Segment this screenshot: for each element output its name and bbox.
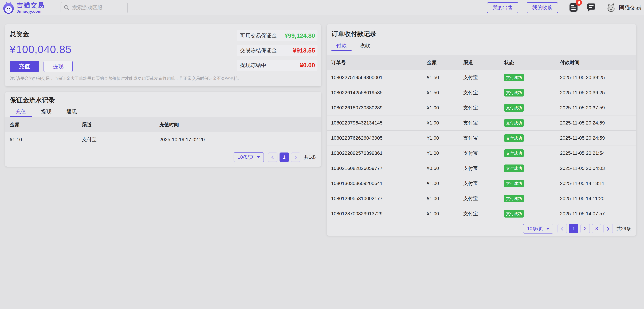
notification-badge: 9 bbox=[576, 0, 582, 6]
tab-withdraw[interactable]: 提现 bbox=[35, 107, 58, 116]
search-box[interactable] bbox=[60, 2, 128, 13]
cat-logo-icon bbox=[3, 1, 14, 14]
page: { "nav": { "logo_title": "吉猫交易", "logo_s… bbox=[0, 0, 644, 309]
col-pay-time: 付款时间 bbox=[560, 59, 636, 66]
order-list-button[interactable]: 9 bbox=[569, 2, 578, 13]
withdraw-button[interactable]: 提现 bbox=[44, 61, 73, 72]
table-row[interactable]: 1080227519564800001 ¥1.50 支付宝 支付成功 2025-… bbox=[327, 70, 636, 85]
table-row[interactable]: ¥1.10 支付宝 2025-10-19 17:02:20 bbox=[5, 132, 321, 147]
col-channel: 渠道 bbox=[463, 59, 504, 66]
channel-cell: 支付宝 bbox=[463, 210, 504, 217]
time-cell: 2025-11-05 20:39:25 bbox=[560, 90, 636, 95]
col-channel: 渠道 bbox=[82, 121, 160, 128]
stat-value: ¥99,124.80 bbox=[284, 32, 315, 39]
status-cell: 支付成功 bbox=[504, 104, 560, 112]
table-row[interactable]: 1080130303609200641 ¥1.00 支付宝 支付成功 2025-… bbox=[327, 176, 636, 191]
tab-recharge[interactable]: 充值 bbox=[10, 107, 32, 116]
stat-withdraw-freezing: 提现冻结中 ¥0.00 bbox=[237, 60, 318, 71]
col-order-no: 订单号 bbox=[331, 59, 427, 66]
assets-note: 注: 该平台为担保交易，当保证金大于单笔需购买的金额价值时才能成功购买或发布收购… bbox=[10, 76, 242, 81]
amount-cell: ¥1.00 bbox=[427, 181, 463, 186]
page-button-2[interactable]: 2 bbox=[580, 224, 590, 233]
order-no-cell: 1080130303609200641 bbox=[331, 181, 427, 186]
page-button-1[interactable]: 1 bbox=[569, 224, 578, 233]
recharge-button[interactable]: 充值 bbox=[10, 61, 39, 72]
tab-payments[interactable]: 付款 bbox=[332, 41, 352, 50]
my-purchases-button[interactable]: 我的收购 bbox=[527, 2, 558, 13]
next-page-button[interactable] bbox=[291, 152, 300, 162]
time-cell: 2025-11-05 20:04:03 bbox=[560, 166, 636, 171]
flow-pagination: 10条/页 1 共1条 bbox=[234, 152, 316, 162]
status-cell: 支付成功 bbox=[504, 134, 560, 142]
orders-tabs: 付款 收款 bbox=[332, 41, 375, 50]
prev-page-button[interactable] bbox=[268, 152, 278, 162]
channel-cell: 支付宝 bbox=[463, 104, 504, 111]
time-cell: 2025-11-05 14:07:57 bbox=[560, 211, 636, 217]
page-button-1[interactable]: 1 bbox=[280, 152, 289, 162]
chevron-right-icon bbox=[293, 155, 297, 159]
amount-cell: ¥1.50 bbox=[427, 75, 463, 80]
status-badge: 支付成功 bbox=[504, 119, 524, 127]
amount-cell: ¥1.00 bbox=[427, 196, 463, 201]
table-row[interactable]: 1080129955310002177 ¥1.00 支付宝 支付成功 2025-… bbox=[327, 191, 636, 206]
page-size-value: 10条/页 bbox=[238, 154, 254, 160]
stat-label: 可用交易保证金 bbox=[240, 32, 277, 39]
table-row[interactable]: 1080128700323913729 ¥1.00 支付宝 支付成功 2025-… bbox=[327, 206, 636, 221]
total-count-label: 共29条 bbox=[616, 226, 631, 232]
status-badge: 支付成功 bbox=[504, 210, 524, 218]
next-page-button[interactable] bbox=[604, 224, 613, 233]
time-cell: 2025-11-05 20:37:59 bbox=[560, 105, 636, 111]
table-row[interactable]: 1080222892576399361 ¥1.00 支付宝 支付成功 2025-… bbox=[327, 146, 636, 161]
channel-cell: 支付宝 bbox=[463, 195, 504, 202]
channel-cell: 支付宝 bbox=[463, 135, 504, 141]
amount-cell: ¥1.00 bbox=[427, 211, 463, 217]
col-recharge-time: 充值时间 bbox=[160, 121, 321, 128]
status-cell: 支付成功 bbox=[504, 165, 560, 172]
amount-cell: ¥1.00 bbox=[427, 105, 463, 111]
chevron-left-icon bbox=[561, 227, 564, 230]
stat-label: 提现冻结中 bbox=[240, 62, 266, 69]
messages-button[interactable] bbox=[587, 2, 596, 13]
total-amount: ¥100,040.85 bbox=[10, 43, 72, 55]
table-row[interactable]: 1080223796432134145 ¥1.00 支付宝 支付成功 2025-… bbox=[327, 115, 636, 131]
status-cell: 支付成功 bbox=[504, 149, 560, 157]
prev-page-button[interactable] bbox=[558, 224, 567, 233]
table-row[interactable]: 1080216082826059777 ¥0.50 支付宝 支付成功 2025-… bbox=[327, 161, 636, 176]
status-badge: 支付成功 bbox=[504, 104, 524, 112]
stat-value: ¥913.55 bbox=[293, 47, 315, 54]
user-avatar[interactable] bbox=[606, 2, 616, 13]
channel-cell: 支付宝 bbox=[463, 150, 504, 157]
status-badge: 支付成功 bbox=[504, 74, 524, 81]
page-size-select[interactable]: 10条/页 bbox=[523, 224, 553, 234]
amount-cell: ¥0.50 bbox=[427, 166, 463, 171]
time-cell: 2025-11-05 20:24:59 bbox=[560, 135, 636, 141]
assets-actions: 充值 提现 bbox=[10, 61, 73, 72]
tab-cashback[interactable]: 返现 bbox=[60, 107, 83, 116]
col-status: 状态 bbox=[504, 59, 560, 66]
my-sales-button[interactable]: 我的出售 bbox=[487, 2, 518, 13]
order-no-cell: 1080222892576399361 bbox=[331, 150, 427, 156]
time-cell: 2025-11-05 14:11:20 bbox=[560, 196, 636, 201]
order-no-cell: 1080216082826059777 bbox=[331, 166, 427, 171]
time-cell: 2025-11-05 20:24:59 bbox=[560, 120, 636, 126]
search-input[interactable] bbox=[72, 5, 124, 10]
table-row[interactable]: 1080223762626043905 ¥1.00 支付宝 支付成功 2025-… bbox=[327, 131, 636, 146]
page-button-3[interactable]: 3 bbox=[592, 224, 601, 233]
status-badge: 支付成功 bbox=[504, 149, 524, 157]
chevron-right-icon bbox=[606, 227, 609, 230]
page-size-value: 10条/页 bbox=[527, 226, 543, 232]
page-size-select[interactable]: 10条/页 bbox=[234, 152, 264, 162]
table-row[interactable]: 1080226142558019585 ¥1.50 支付宝 支付成功 2025-… bbox=[327, 85, 636, 100]
order-no-cell: 1080223762626043905 bbox=[331, 135, 427, 141]
table-row[interactable]: 1080226180730380289 ¥1.00 支付宝 支付成功 2025-… bbox=[327, 100, 636, 115]
channel-cell: 支付宝 bbox=[463, 120, 504, 126]
order-no-cell: 1080226180730380289 bbox=[331, 105, 427, 111]
time-cell: 2025-11-05 20:39:25 bbox=[560, 75, 636, 80]
amount-cell: ¥1.00 bbox=[427, 135, 463, 141]
status-cell: 支付成功 bbox=[504, 89, 560, 96]
tab-receipts[interactable]: 收款 bbox=[355, 41, 375, 50]
status-cell: 支付成功 bbox=[504, 180, 560, 187]
site-logo[interactable]: 吉猫交易 Jimaojy.com bbox=[3, 1, 44, 14]
stat-available-margin: 可用交易保证金 ¥99,124.80 bbox=[237, 30, 318, 41]
assets-card-title: 总资金 bbox=[10, 30, 29, 39]
